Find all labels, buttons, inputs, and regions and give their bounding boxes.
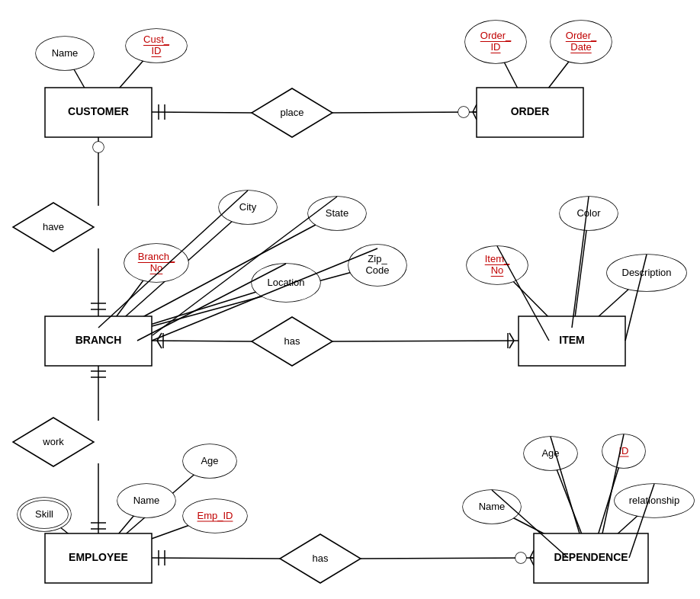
- er-diagram: [0, 0, 700, 599]
